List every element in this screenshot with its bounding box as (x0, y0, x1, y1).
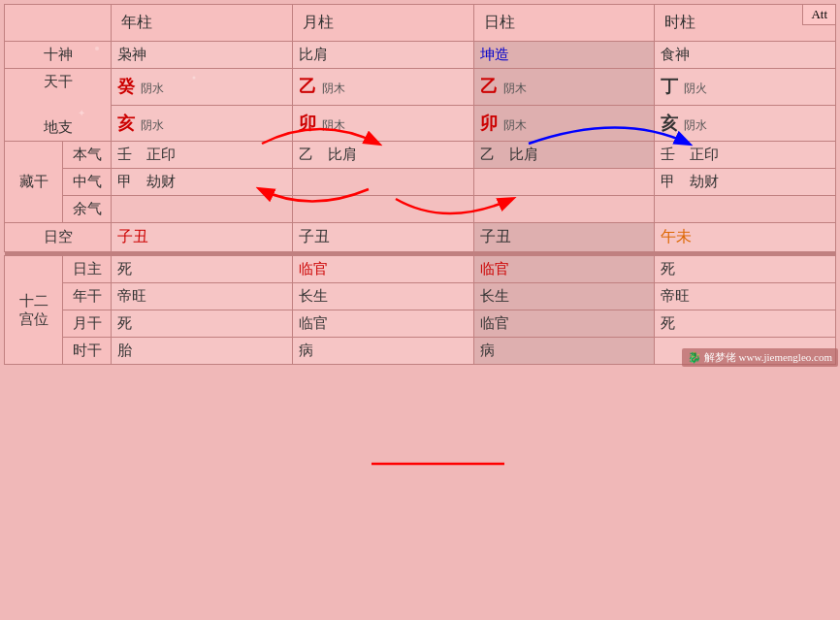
gongwei-yuegan-row: 月干 死 临官 临官 死 (5, 310, 836, 338)
tiangan-nian-cell: 癸 阴水 (112, 69, 293, 106)
tiangan-yue-cell: 乙 阴木 (292, 69, 473, 106)
header-row: 年柱 月柱 日柱 时柱 (5, 5, 836, 42)
header-yuezhu: 月柱 (292, 5, 473, 42)
benqi-shi: 壬 正印 (655, 142, 836, 169)
tiangan-ri-elem: 阴木 (503, 82, 527, 97)
dizhi-yue-char: 卯 (299, 112, 316, 135)
yuegan-sublabel: 月干 (63, 310, 112, 338)
gongwei-niangan-yue: 长生 (292, 283, 473, 310)
rikong-row: 日空 子丑 子丑 子丑 午未 (5, 223, 836, 252)
zhongqi-ri (473, 169, 655, 196)
shishen-shi: 食神 (655, 42, 836, 69)
rikong-ri: 子丑 (473, 223, 655, 252)
header-empty (5, 5, 112, 42)
zhongqi-yue (292, 169, 473, 196)
yuqi-nian (112, 196, 293, 223)
tiangan-shi-cell: 丁 阴火 (655, 69, 836, 106)
gongwei-yuegan-yue: 临官 (292, 310, 473, 338)
dizhi-nian-cell: 亥 阴水 (112, 105, 293, 142)
gongwei-shigan-nian: 胎 (112, 338, 293, 365)
benqi-yue: 乙 比肩 (292, 142, 473, 169)
dizhi-ri-elem: 阴木 (503, 118, 527, 134)
tiangan-row: 天干 地支 癸 阴水 乙 阴木 (5, 69, 836, 106)
dizhi-nian-char: 亥 (117, 112, 135, 135)
zhongqi-label: 中气 (63, 169, 112, 196)
gongwei-yuegan-nian: 死 (112, 310, 293, 338)
zhongqi-row: 中气 甲 劫财 甲 劫财 (5, 169, 836, 196)
benqi-nian: 壬 正印 (112, 142, 293, 169)
gongwei-yuegan-shi: 死 (655, 310, 836, 338)
zanggan-benqi-row: 藏干 本气 壬 正印 乙 比肩 乙 比肩 壬 正印 (5, 142, 836, 169)
gongwei-shigan-ri: 病 (473, 338, 655, 365)
gongwei-yuegan-ri: 临官 (473, 310, 655, 338)
rikong-shi: 午未 (655, 223, 836, 252)
shishen-label: 十神 (5, 42, 112, 69)
rikong-yue: 子丑 (292, 223, 473, 252)
shigan-sublabel: 时干 (63, 338, 112, 365)
dizhi-label: 地支 (11, 118, 105, 137)
dizhi-row: 亥 阴水 卯 阴木 卯 阴木 (5, 105, 836, 142)
tiangan-label: 天干 (11, 73, 105, 91)
tiangan-yue-elem: 阴木 (322, 82, 345, 97)
rizhu-sublabel: 日主 (63, 256, 112, 283)
dizhi-ri-cell: 卯 阴木 (473, 105, 655, 142)
watermark-logo: 🐉 (688, 351, 701, 363)
gongwei-rizhu-shi: 死 (655, 256, 836, 283)
gongwei-rizhu-nian: 死 (112, 256, 293, 283)
shishen-nian: 枭神 (112, 42, 293, 69)
watermark: 🐉 解梦佬 www.jiemengleo.com (682, 348, 838, 367)
dizhi-shi-elem: 阴水 (684, 118, 707, 134)
gongwei-rizhu-row: 十二宫位 日主 死 临官 临官 死 (5, 256, 836, 283)
yuqi-row: 余气 (5, 196, 836, 223)
rikong-label: 日空 (5, 223, 112, 252)
bazi-table: 年柱 月柱 日柱 时柱 十神 枭神 比肩 坤造 食神 天干 地支 (4, 4, 836, 365)
tiangan-shi-char: 丁 (661, 75, 678, 98)
header-nianzhu: 年柱 (112, 5, 293, 42)
tiangan-nian-char: 癸 (117, 75, 135, 98)
yuqi-label: 余气 (63, 196, 112, 223)
niangan-sublabel: 年干 (63, 283, 112, 310)
benqi-ri: 乙 比肩 (473, 142, 655, 169)
rikong-nian: 子丑 (112, 223, 293, 252)
content-wrapper: 年柱 月柱 日柱 时柱 十神 枭神 比肩 坤造 食神 天干 地支 (0, 0, 840, 369)
dizhi-ri-char: 卯 (480, 112, 498, 135)
shishen-yue: 比肩 (292, 42, 473, 69)
tiangan-dizhi-label: 天干 地支 (5, 69, 112, 142)
gongwei-niangan-shi: 帝旺 (655, 283, 836, 310)
gongwei-label: 十二宫位 (5, 256, 63, 365)
zhongqi-nian: 甲 劫财 (112, 169, 293, 196)
benqi-label: 本气 (63, 142, 112, 169)
yuqi-shi (655, 196, 836, 223)
tiangan-nian-elem: 阴水 (141, 82, 164, 97)
gongwei-niangan-row: 年干 帝旺 长生 长生 帝旺 (5, 283, 836, 310)
gongwei-shigan-yue: 病 (292, 338, 473, 365)
gongwei-niangan-nian: 帝旺 (112, 283, 293, 310)
dizhi-yue-elem: 阴木 (322, 118, 345, 134)
header-rizhu: 日柱 (473, 5, 655, 42)
zanggan-label: 藏干 (5, 142, 63, 223)
tiangan-ri-cell: 乙 阴木 (473, 69, 655, 106)
top-badge: Att (802, 4, 836, 25)
dizhi-shi-cell: 亥 阴水 (655, 105, 836, 142)
gongwei-rizhu-ri: 临官 (473, 256, 655, 283)
tiangan-shi-elem: 阴火 (684, 82, 707, 97)
zhongqi-shi: 甲 劫财 (655, 169, 836, 196)
dizhi-yue-cell: 卯 阴木 (292, 105, 473, 142)
tiangan-yue-char: 乙 (299, 75, 316, 98)
yuqi-ri (473, 196, 655, 223)
yuqi-yue (292, 196, 473, 223)
shishen-ri: 坤造 (473, 42, 655, 69)
watermark-text: 解梦佬 www.jiemengleo.com (704, 351, 832, 363)
gongwei-niangan-ri: 长生 (473, 283, 655, 310)
shishen-row: 十神 枭神 比肩 坤造 食神 (5, 42, 836, 69)
gongwei-rizhu-yue: 临官 (292, 256, 473, 283)
main-container: ✦ ✦ ✦ ✦ ✦ ✦ ✦ Att 年柱 月柱 日柱 时柱 十神 枭神 比肩 坤… (0, 0, 840, 369)
tiangan-ri-char: 乙 (480, 75, 498, 98)
dizhi-shi-char: 亥 (661, 112, 678, 135)
dizhi-nian-elem: 阴水 (141, 118, 164, 134)
